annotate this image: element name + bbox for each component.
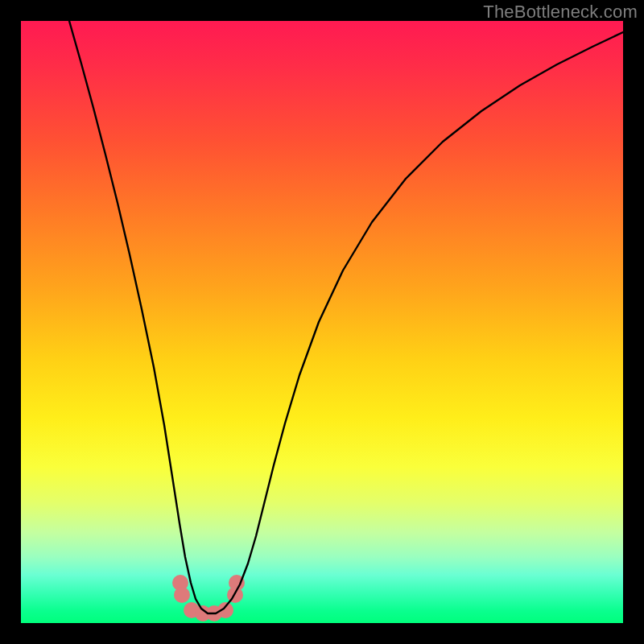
chart-frame: TheBottleneck.com <box>0 0 644 644</box>
chart-svg <box>21 21 623 623</box>
watermark-text: TheBottleneck.com <box>483 2 638 23</box>
main-curve <box>69 21 623 613</box>
trough-marker <box>174 587 190 603</box>
trough-markers <box>172 575 245 621</box>
plot-area <box>21 21 623 623</box>
